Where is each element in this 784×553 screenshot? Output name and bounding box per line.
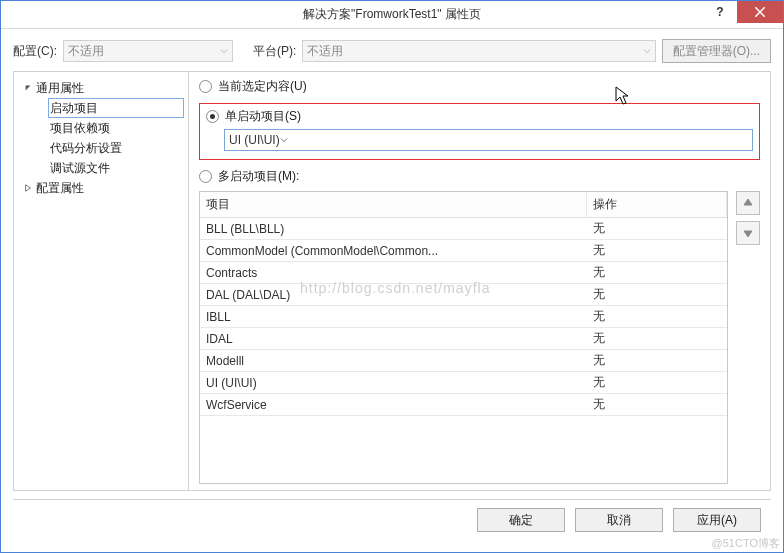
sidebar: 通用属性 启动项目项目依赖项代码分析设置调试源文件 配置属性 bbox=[14, 72, 189, 490]
sidebar-item[interactable]: 代码分析设置 bbox=[48, 138, 184, 158]
config-dropdown: 不适用 bbox=[63, 40, 233, 62]
tree-node-common[interactable]: 通用属性 bbox=[18, 78, 184, 98]
radio-icon[interactable] bbox=[199, 170, 212, 183]
radio-icon[interactable] bbox=[199, 80, 212, 93]
window-title: 解决方案"FromworkTest1" 属性页 bbox=[1, 6, 783, 23]
titlebar[interactable]: 解决方案"FromworkTest1" 属性页 ? bbox=[1, 1, 783, 29]
table-row[interactable]: WcfService无 bbox=[200, 394, 727, 416]
ok-button[interactable]: 确定 bbox=[477, 508, 565, 532]
cancel-button[interactable]: 取消 bbox=[575, 508, 663, 532]
move-up-button[interactable] bbox=[736, 191, 760, 215]
help-button[interactable]: ? bbox=[703, 1, 737, 23]
blog-mark: @51CTO博客 bbox=[712, 536, 780, 551]
table-row[interactable]: IDAL无 bbox=[200, 328, 727, 350]
chevron-down-icon bbox=[280, 133, 288, 147]
sidebar-item[interactable]: 项目依赖项 bbox=[48, 118, 184, 138]
column-header-project[interactable]: 项目 bbox=[200, 192, 587, 217]
tree-node-config[interactable]: 配置属性 bbox=[18, 178, 184, 198]
table-row[interactable]: UI (UI\UI)无 bbox=[200, 372, 727, 394]
move-down-button[interactable] bbox=[736, 221, 760, 245]
radio-multi-startup[interactable]: 多启动项目(M): bbox=[199, 168, 760, 185]
single-startup-group: 单启动项目(S) UI (UI\UI) bbox=[199, 103, 760, 160]
chevron-down-icon bbox=[220, 44, 228, 58]
platform-dropdown: 不适用 bbox=[302, 40, 655, 62]
radio-icon[interactable] bbox=[206, 110, 219, 123]
apply-button[interactable]: 应用(A) bbox=[673, 508, 761, 532]
platform-label: 平台(P): bbox=[253, 43, 296, 60]
chevron-down-icon bbox=[643, 44, 651, 58]
table-row[interactable]: CommonModel (CommonModel\Common...无 bbox=[200, 240, 727, 262]
sidebar-item[interactable]: 启动项目 bbox=[48, 98, 184, 118]
close-button[interactable] bbox=[737, 1, 783, 23]
column-header-action[interactable]: 操作 bbox=[587, 192, 727, 217]
single-startup-dropdown[interactable]: UI (UI\UI) bbox=[224, 129, 753, 151]
table-row[interactable]: Modelll无 bbox=[200, 350, 727, 372]
table-row[interactable]: Contracts无 bbox=[200, 262, 727, 284]
config-label: 配置(C): bbox=[13, 43, 57, 60]
sidebar-item[interactable]: 调试源文件 bbox=[48, 158, 184, 178]
projects-table: 项目 操作 BLL (BLL\BLL)无CommonModel (CommonM… bbox=[199, 191, 728, 484]
radio-current-selection[interactable]: 当前选定内容(U) bbox=[199, 78, 760, 95]
config-manager-button[interactable]: 配置管理器(O)... bbox=[662, 39, 771, 63]
expander-closed-icon[interactable] bbox=[22, 184, 34, 192]
table-row[interactable]: DAL (DAL\DAL)无 bbox=[200, 284, 727, 306]
radio-single-startup[interactable]: 单启动项目(S) bbox=[206, 108, 753, 125]
expander-open-icon[interactable] bbox=[22, 84, 34, 92]
table-row[interactable]: BLL (BLL\BLL)无 bbox=[200, 218, 727, 240]
table-row[interactable]: IBLL无 bbox=[200, 306, 727, 328]
